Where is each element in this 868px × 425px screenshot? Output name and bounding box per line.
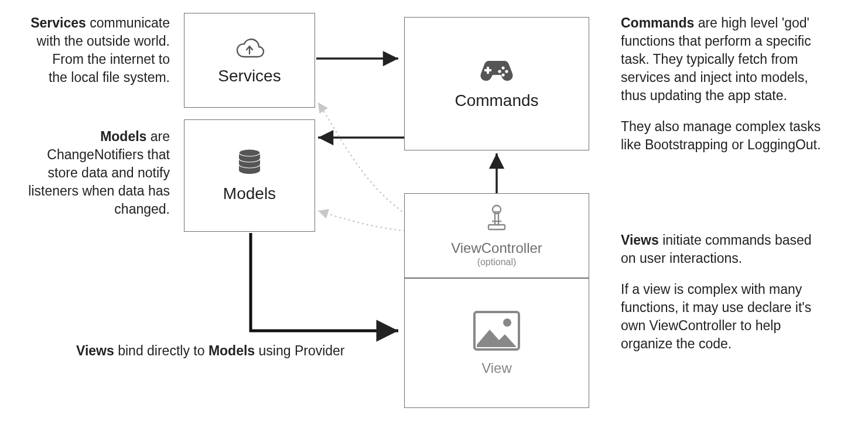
note-services: Services communicate with the outside wo… <box>14 14 170 87</box>
note-commands: Commands are high level 'god' functions … <box>621 14 843 154</box>
note-commands-line2: functions that perform a specific <box>621 32 843 50</box>
joystick-icon <box>485 204 508 236</box>
box-commands: Commands <box>404 17 589 150</box>
note-commands-bold: Commands <box>621 15 694 30</box>
note-services-line3: From the internet to <box>14 50 170 68</box>
arrow-vc-to-models-dotted <box>318 211 410 231</box>
note-services-line2: with the outside world. <box>14 32 170 50</box>
box-services: Services <box>184 13 315 108</box>
database-icon <box>237 148 262 180</box>
box-view: View <box>404 278 589 408</box>
box-viewcontroller-sublabel: (optional) <box>477 257 517 268</box>
caption-bold2: Models <box>209 343 255 358</box>
box-viewcontroller-label: ViewController <box>451 241 542 256</box>
box-models-label: Models <box>223 185 276 203</box>
note-views-p2l1: If a view is complex with many <box>621 280 843 299</box>
svg-rect-3 <box>484 69 491 71</box>
box-view-label: View <box>481 361 512 376</box>
note-views-bold: Views <box>621 232 659 248</box>
svg-point-5 <box>505 70 508 73</box>
note-services-bold: Services <box>30 15 86 30</box>
note-views: Views initiate commands based on user in… <box>621 231 843 353</box>
note-models: Models are ChangeNotifiers that store da… <box>14 128 170 218</box>
note-models-bold: Models <box>100 129 146 144</box>
box-commands-label: Commands <box>454 92 538 110</box>
note-commands-p2l1: They also manage complex tasks <box>621 118 843 136</box>
svg-rect-8 <box>488 225 505 229</box>
note-commands-rest1: are high level 'god' <box>694 15 809 30</box>
caption-mid: bind directly to <box>114 343 209 358</box>
note-views-line2: on user interactions. <box>621 249 843 268</box>
note-views-p2l2: functions, it may use declare it's <box>621 299 843 317</box>
note-views-p2l4: organize the code. <box>621 335 843 353</box>
note-views-p2l3: own ViewController to help <box>621 317 843 335</box>
arrow-models-to-view <box>251 233 398 331</box>
svg-point-13 <box>503 318 511 327</box>
svg-point-7 <box>498 70 501 73</box>
note-models-line4: listeners when data has <box>14 182 170 200</box>
arrow-vc-to-services-dotted <box>318 102 410 217</box>
box-services-label: Services <box>218 67 281 85</box>
cloud-upload-icon <box>233 35 266 63</box>
caption-views-models: Views bind directly to Models using Prov… <box>76 343 392 359</box>
caption-bold1: Views <box>76 343 114 358</box>
image-icon <box>472 310 521 356</box>
note-commands-line3: task. They typically fetch from <box>621 50 843 68</box>
note-commands-p2l2: like Bootstrapping or LoggingOut. <box>621 136 843 154</box>
gamepad-icon <box>477 57 516 87</box>
caption-rest: using Provider <box>255 343 344 358</box>
note-services-line4: the local file system. <box>14 68 170 87</box>
note-services-rest1: communicate <box>86 15 170 30</box>
box-viewcontroller: ViewController (optional) <box>404 193 589 278</box>
note-models-line3: store data and notify <box>14 164 170 182</box>
box-models: Models <box>184 119 315 232</box>
diagram-stage: Services Models <box>0 0 868 425</box>
svg-point-4 <box>501 66 504 69</box>
note-views-rest1: initiate commands based <box>659 232 812 248</box>
note-commands-line4: services and inject into models, <box>621 68 843 87</box>
svg-point-6 <box>501 73 504 76</box>
note-models-line5: changed. <box>14 200 170 218</box>
note-models-line2: ChangeNotifiers that <box>14 146 170 164</box>
note-commands-line5: thus updating the app state. <box>621 87 843 105</box>
note-models-rest1: are <box>146 129 170 144</box>
